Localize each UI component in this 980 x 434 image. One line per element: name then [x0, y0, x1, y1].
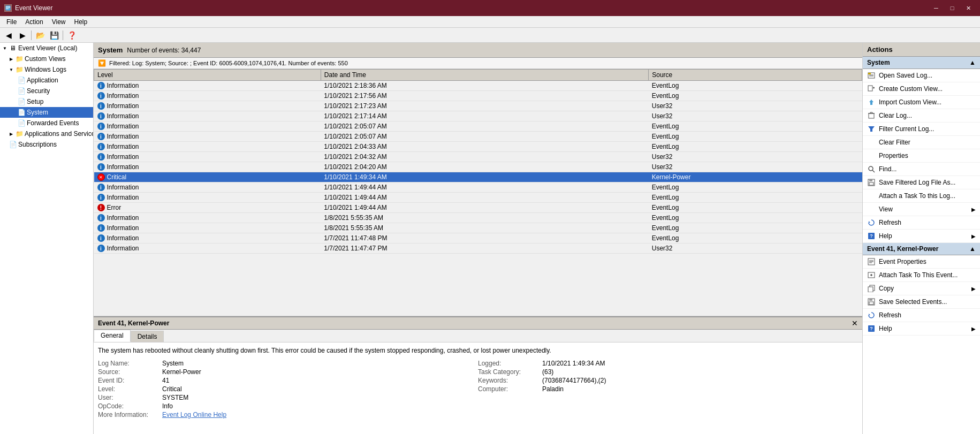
- action-properties[interactable]: Properties: [863, 149, 980, 163]
- table-row[interactable]: iInformation1/10/2021 1:49:44 AMEventLog: [94, 193, 862, 203]
- actions-system-section[interactable]: System ▲: [863, 57, 980, 69]
- cell-source: User32: [649, 101, 862, 111]
- tab-general[interactable]: General: [94, 330, 131, 342]
- sidebar-label-apps-services: Applications and Services Lo...: [25, 130, 94, 138]
- sidebar-item-subscriptions[interactable]: 📄 Subscriptions: [0, 139, 93, 150]
- event-props-icon: [867, 257, 876, 266]
- table-row[interactable]: iInformation1/10/2021 2:17:14 AMUser32: [94, 111, 862, 121]
- col-datetime[interactable]: Date and Time: [321, 70, 648, 81]
- filter-text: Filtered: Log: System; Source: ; Event I…: [109, 60, 348, 66]
- log-icon-subscriptions: 📄: [9, 140, 17, 149]
- menu-help[interactable]: Help: [70, 17, 92, 27]
- svg-text:?: ?: [870, 233, 873, 239]
- table-row[interactable]: iInformation1/10/2021 2:18:36 AMEventLog: [94, 81, 862, 91]
- action-create-custom-view[interactable]: Create Custom View...: [863, 82, 980, 96]
- opcode-value: Info: [162, 402, 173, 410]
- action-label-clear-log: Clear Log...: [879, 112, 912, 119]
- action-attach-task-log[interactable]: Attach a Task To this Log...: [863, 189, 980, 203]
- info-icon: i: [97, 112, 105, 120]
- user-label: User:: [98, 394, 162, 401]
- action-label-filter-log: Filter Current Log...: [879, 125, 934, 133]
- toolbar-forward-button[interactable]: ▶: [16, 29, 29, 42]
- sidebar-item-security[interactable]: 📄 Security: [0, 86, 93, 96]
- col-level[interactable]: Level: [94, 70, 321, 81]
- table-row[interactable]: iInformation1/10/2021 1:49:44 AMEventLog: [94, 182, 862, 193]
- tab-details[interactable]: Details: [131, 331, 164, 342]
- toolbar-open-button[interactable]: 📂: [34, 29, 47, 42]
- minimize-button[interactable]: ─: [929, 3, 944, 13]
- sidebar-item-custom-views[interactable]: ▶ 📁 Custom Views: [0, 54, 93, 64]
- cell-level: iInformation: [94, 213, 321, 223]
- action-clear-filter[interactable]: Clear Filter: [863, 136, 980, 149]
- table-row[interactable]: iInformation1/8/2021 5:55:35 AMEventLog: [94, 223, 862, 233]
- action-filter-current-log[interactable]: Filter Current Log...: [863, 123, 980, 136]
- toolbar-help-button[interactable]: ❓: [65, 29, 78, 42]
- action-help-event[interactable]: ? Help ▶: [863, 322, 980, 336]
- cell-level: iInformation: [94, 243, 321, 254]
- toolbar-save-button[interactable]: 💾: [48, 29, 60, 42]
- user-value: SYSTEM: [162, 394, 188, 401]
- copy-arrow-icon: ▶: [971, 286, 976, 292]
- action-event-properties[interactable]: Event Properties: [863, 255, 980, 269]
- table-row[interactable]: iInformation1/10/2021 2:05:07 AMEventLog: [94, 121, 862, 132]
- sidebar-item-windows-logs[interactable]: ▼ 📁 Windows Logs: [0, 64, 93, 75]
- cell-datetime: 1/7/2021 11:47:48 PM: [321, 233, 648, 243]
- info-icon: i: [97, 92, 105, 100]
- action-refresh-event[interactable]: Refresh: [863, 309, 980, 322]
- table-row[interactable]: iInformation1/10/2021 2:05:07 AMEventLog: [94, 132, 862, 142]
- cell-datetime: 1/10/2021 2:04:20 AM: [321, 162, 648, 172]
- menu-file[interactable]: File: [2, 17, 21, 27]
- table-row[interactable]: iInformation1/7/2021 11:47:48 PMEventLog: [94, 233, 862, 243]
- action-copy[interactable]: Copy ▶: [863, 282, 980, 295]
- action-open-saved-log[interactable]: Open Saved Log...: [863, 69, 980, 82]
- sidebar-item-apps-services[interactable]: ▶ 📁 Applications and Services Lo...: [0, 128, 93, 139]
- table-row[interactable]: iInformation1/8/2021 5:55:35 AMEventLog: [94, 213, 862, 223]
- level-text: Information: [107, 153, 139, 161]
- info-icon: i: [97, 214, 105, 222]
- table-row[interactable]: iInformation1/10/2021 2:04:32 AMUser32: [94, 152, 862, 162]
- level-text: Error: [107, 204, 121, 211]
- svg-marker-38: [869, 314, 870, 315]
- cell-source: Kernel-Power: [649, 172, 862, 182]
- table-row[interactable]: iInformation1/10/2021 2:17:56 AMEventLog: [94, 91, 862, 101]
- field-col2: Logged: 1/10/2021 1:49:34 AM Task Catego…: [478, 359, 858, 420]
- sidebar-item-application[interactable]: 📄 Application: [0, 75, 93, 86]
- action-clear-log[interactable]: Clear Log...: [863, 109, 980, 123]
- action-find[interactable]: Find...: [863, 163, 980, 176]
- actions-event-section[interactable]: Event 41, Kernel-Power ▲: [863, 243, 980, 255]
- menu-view[interactable]: View: [48, 17, 70, 27]
- table-row[interactable]: iInformation1/10/2021 2:04:20 AMUser32: [94, 162, 862, 172]
- close-button[interactable]: ✕: [961, 3, 976, 13]
- sidebar-item-system[interactable]: 📄 System: [0, 107, 93, 118]
- menu-action[interactable]: Action: [21, 17, 47, 27]
- cell-source: User32: [649, 243, 862, 254]
- level-text: Information: [107, 102, 139, 110]
- sidebar-label-custom-views: Custom Views: [25, 55, 65, 63]
- action-view[interactable]: View ▶: [863, 203, 980, 216]
- action-help-system[interactable]: ? Help ▶: [863, 230, 980, 243]
- table-row[interactable]: !Error1/10/2021 1:49:44 AMEventLog: [94, 203, 862, 213]
- svg-rect-5: [868, 73, 871, 74]
- opcode-label: OpCode:: [98, 402, 162, 410]
- table-row[interactable]: ✕Critical1/10/2021 1:49:34 AMKernel-Powe…: [94, 172, 862, 182]
- events-table-container[interactable]: Level Date and Time Source iInformation1…: [94, 69, 862, 316]
- action-attach-task-event[interactable]: Attach Task To This Event...: [863, 269, 980, 282]
- more-info-link[interactable]: Event Log Online Help: [162, 411, 226, 418]
- cell-source: User32: [649, 162, 862, 172]
- event-detail-close-button[interactable]: ✕: [852, 319, 858, 328]
- action-import-custom-view[interactable]: Import Custom View...: [863, 96, 980, 109]
- table-row[interactable]: iInformation1/7/2021 11:47:47 PMUser32: [94, 243, 862, 254]
- open-log-icon: [867, 71, 876, 80]
- sidebar-item-root[interactable]: ▼ 🖥 Event Viewer (Local): [0, 43, 93, 54]
- action-save-selected[interactable]: Save Selected Events...: [863, 295, 980, 309]
- action-refresh[interactable]: Refresh: [863, 216, 980, 230]
- table-row[interactable]: iInformation1/10/2021 2:17:23 AMUser32: [94, 101, 862, 111]
- col-source[interactable]: Source: [649, 70, 862, 81]
- sidebar-item-forwarded-events[interactable]: 📄 Forwarded Events: [0, 118, 93, 128]
- action-save-filtered[interactable]: Save Filtered Log File As...: [863, 176, 980, 189]
- sidebar-item-setup[interactable]: 📄 Setup: [0, 96, 93, 107]
- table-row[interactable]: iInformation1/10/2021 2:04:33 AMEventLog: [94, 142, 862, 152]
- info-icon: i: [97, 194, 105, 201]
- maximize-button[interactable]: □: [945, 3, 960, 13]
- toolbar-back-button[interactable]: ◀: [2, 29, 15, 42]
